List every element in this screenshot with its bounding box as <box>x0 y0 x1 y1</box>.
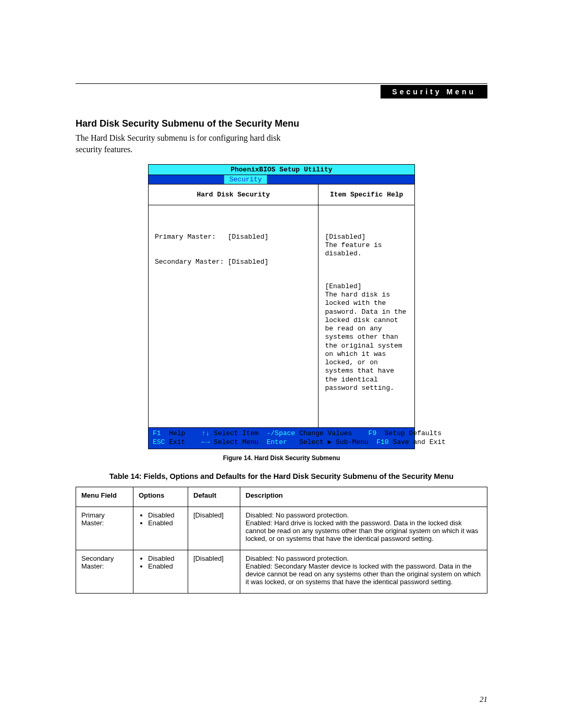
figure-caption: Figure 14. Hard Disk Security Submenu <box>76 454 487 462</box>
section-intro: The Hard Disk Security submenu is for co… <box>76 132 300 155</box>
cell-menu: Secondary Master: <box>76 550 133 594</box>
option-item: Enabled <box>148 519 182 527</box>
bios-help-disabled: [Disabled] The feature is disabled. <box>325 233 409 258</box>
key-f9: F9 <box>369 429 377 437</box>
bios-fields: Primary Master: [Disabled] Secondary Mas… <box>149 205 318 346</box>
key-space: -/Space <box>267 429 296 437</box>
option-item: Disabled <box>148 554 182 562</box>
bios-left-header: Hard Disk Security <box>149 184 318 205</box>
cell-desc: Disabled: No password protection. Enable… <box>240 550 487 594</box>
table-caption: Table 14: Fields, Options and Defaults f… <box>76 472 487 480</box>
th-description: Description <box>240 487 487 507</box>
th-options: Options <box>133 487 188 507</box>
action-select-item: Select Item <box>214 429 259 437</box>
key-updown: ↑↓ <box>202 429 210 437</box>
bios-field-primary: Primary Master: [Disabled] <box>155 233 313 241</box>
action-select-menu: Select Menu <box>214 438 259 446</box>
bios-screenshot: PhoenixBIOS Setup Utility Security Hard … <box>148 164 415 449</box>
bios-footer: F1 Help ↑↓ Select Item -/Space Change Va… <box>149 427 414 449</box>
bios-right-column: Item Specific Help [Disabled] The featur… <box>319 184 414 427</box>
cell-desc: Disabled: No password protection. Enable… <box>240 507 487 550</box>
action-save-exit: Save and Exit <box>393 438 445 446</box>
cell-options: Disabled Enabled <box>133 507 188 550</box>
key-f10: F10 <box>376 438 388 446</box>
option-item: Enabled <box>148 562 182 570</box>
bios-body: Hard Disk Security Primary Master: [Disa… <box>149 184 414 427</box>
table-row: Primary Master: Disabled Enabled [Disabl… <box>76 507 487 550</box>
bios-tab-bar: Security <box>149 175 414 184</box>
table-header-row: Menu Field Options Default Description <box>76 487 487 507</box>
cell-default: [Disabled] <box>188 550 240 594</box>
bios-field-value: [Disabled] <box>228 258 268 266</box>
page-number: 21 <box>480 695 487 704</box>
document-page: Security Menu Hard Disk Security Submenu… <box>0 0 563 728</box>
action-select-submenu: Select ▶ Sub-Menu <box>299 438 369 446</box>
action-help: Help <box>169 429 185 437</box>
section-title: Hard Disk Security Submenu of the Securi… <box>76 118 487 129</box>
action-change-values: Change Values <box>299 429 352 437</box>
bios-help-text: [Disabled] The feature is disabled. [Ena… <box>319 205 414 427</box>
bios-field-label: Secondary Master: <box>155 258 228 266</box>
bios-left-column: Hard Disk Security Primary Master: [Disa… <box>149 184 319 427</box>
bios-footer-row-2: ESC Exit ←→ Select Menu Enter Select ▶ S… <box>153 438 410 447</box>
bios-right-header: Item Specific Help <box>319 184 414 205</box>
th-menu-field: Menu Field <box>76 487 133 507</box>
key-leftright: ←→ <box>202 438 210 446</box>
bios-field-label: Primary Master: <box>155 233 228 241</box>
key-enter: Enter <box>267 438 287 446</box>
bios-help-enabled: [Enabled] The hard disk is locked with t… <box>325 282 409 392</box>
th-default: Default <box>188 487 240 507</box>
bios-field-secondary: Secondary Master: [Disabled] <box>155 258 313 266</box>
option-item: Disabled <box>148 511 182 519</box>
header-row: Security Menu <box>76 85 487 98</box>
key-esc: ESC <box>153 438 165 446</box>
cell-default: [Disabled] <box>188 507 240 550</box>
action-exit: Exit <box>169 438 185 446</box>
table-row: Secondary Master: Disabled Enabled [Disa… <box>76 550 487 594</box>
spec-table: Menu Field Options Default Description P… <box>76 487 487 594</box>
bios-field-value: [Disabled] <box>228 233 268 241</box>
cell-menu: Primary Master: <box>76 507 133 550</box>
action-setup-defaults: Setup Defaults <box>385 429 442 437</box>
running-header: Security Menu <box>381 85 487 98</box>
bios-title: PhoenixBIOS Setup Utility <box>149 165 414 175</box>
bios-footer-row-1: F1 Help ↑↓ Select Item -/Space Change Va… <box>153 429 410 438</box>
key-f1: F1 <box>153 429 161 437</box>
cell-options: Disabled Enabled <box>133 550 188 594</box>
bios-tab-security: Security <box>224 175 267 184</box>
header-rule <box>76 83 487 84</box>
